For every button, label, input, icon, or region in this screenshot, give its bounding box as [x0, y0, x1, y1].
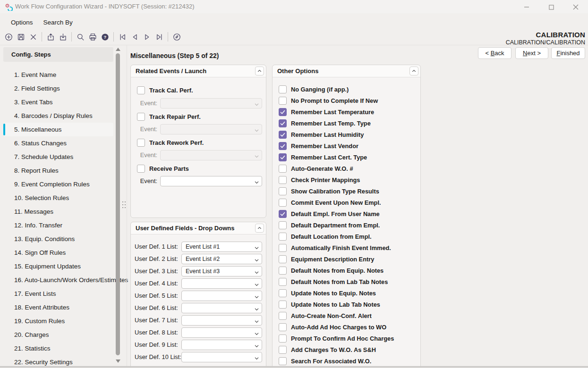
checkbox[interactable]	[279, 199, 287, 207]
sidebar-item-step-6[interactable]: 6. Status Changes	[3, 136, 113, 150]
checkbox[interactable]	[279, 267, 287, 275]
checkbox[interactable]	[279, 323, 287, 331]
option-row: Default Location from Empl.	[279, 232, 372, 241]
import-icon[interactable]	[57, 30, 69, 43]
minimize-icon[interactable]	[514, 0, 539, 14]
udf-dropdown-9[interactable]	[181, 340, 262, 350]
checkbox[interactable]	[279, 85, 287, 93]
sidebar-item-step-15[interactable]: 15. Equipment Updates	[3, 259, 113, 273]
checkbox[interactable]	[137, 86, 145, 94]
menu-options[interactable]: Options	[7, 17, 37, 28]
event-dropdown[interactable]	[160, 176, 262, 186]
checkbox[interactable]	[279, 335, 287, 343]
sidebar-item-step-11[interactable]: 11. Messages	[3, 205, 113, 218]
search-icon[interactable]	[74, 30, 86, 43]
udf-dropdown-10[interactable]	[181, 352, 262, 362]
sidebar-item-step-13[interactable]: 13. Equip. Conditions	[3, 232, 113, 246]
compass-icon[interactable]	[170, 30, 183, 43]
event-dropdown[interactable]	[160, 98, 262, 109]
udf-dropdown-7[interactable]	[181, 315, 262, 326]
option-row: Automatically Finish Event Immed.	[279, 243, 391, 252]
checkbox[interactable]	[279, 244, 287, 252]
event-dropdown[interactable]	[160, 150, 262, 160]
new-icon[interactable]	[2, 30, 15, 43]
option-row: Remember Last Humidity	[279, 130, 364, 139]
checkbox[interactable]	[279, 301, 287, 309]
sidebar-item-step-17[interactable]: 17. Event Lists	[3, 287, 113, 301]
checkbox[interactable]	[279, 119, 287, 127]
sidebar-item-label: 13. Equip. Conditions	[14, 235, 75, 243]
collapse-udf-button[interactable]	[255, 224, 264, 233]
event-dropdown[interactable]	[160, 124, 262, 134]
sidebar-item-step-3[interactable]: 3. Event Tabs	[3, 95, 113, 109]
checkbox[interactable]	[279, 210, 287, 218]
export-icon[interactable]	[44, 30, 57, 43]
checkbox[interactable]	[279, 131, 287, 139]
sidebar-item-step-21[interactable]: 21. Statistics	[3, 342, 113, 355]
collapse-other-options-button[interactable]	[409, 67, 418, 75]
sidebar-item-step-19[interactable]: 19. Custom Rules	[3, 314, 113, 328]
scrollbar-down-arrow-icon[interactable]	[116, 360, 120, 363]
sidebar-item-step-5[interactable]: 5. Miscellaneous	[3, 123, 113, 136]
udf-dropdown-6[interactable]	[181, 303, 262, 313]
sidebar-item-step-1[interactable]: 1. Event Name	[3, 68, 113, 82]
sidebar-item-step-9[interactable]: 9. Event Completion Rules	[3, 177, 113, 191]
checkbox[interactable]	[279, 346, 287, 354]
checkbox[interactable]	[279, 153, 287, 161]
sidebar-item-step-12[interactable]: 12. Info. Transfer	[3, 218, 113, 232]
checkbox[interactable]	[279, 289, 287, 297]
sidebar-item-step-10[interactable]: 10. Selection Rules	[3, 191, 113, 205]
checkbox[interactable]	[279, 278, 287, 286]
next-button[interactable]: Next >	[515, 47, 548, 59]
checkbox[interactable]	[279, 312, 287, 320]
nav-next-icon[interactable]	[141, 30, 153, 43]
sidebar-item-step-7[interactable]: 7. Schedule Updates	[3, 150, 113, 164]
close-icon[interactable]	[563, 0, 588, 14]
checkbox[interactable]	[279, 187, 287, 195]
menu-search-by[interactable]: Search By	[39, 17, 77, 28]
maximize-icon[interactable]	[539, 0, 563, 14]
checkbox[interactable]	[279, 357, 287, 365]
scrollbar-up-arrow-icon[interactable]	[116, 48, 120, 51]
checkbox[interactable]	[137, 139, 145, 147]
collapse-related-events-button[interactable]	[255, 67, 264, 75]
sidebar-item-step-4[interactable]: 4. Barcodes / Display Rules	[3, 109, 113, 123]
checkbox[interactable]	[279, 176, 287, 184]
option-row: Update Notes to Lab Tab Notes	[279, 300, 380, 309]
nav-prev-icon[interactable]	[128, 30, 141, 43]
checkbox-label: Commit Event Upon New Empl.	[291, 199, 381, 206]
udf-dropdown-4[interactable]	[181, 278, 262, 289]
checkbox[interactable]	[137, 113, 145, 121]
checkbox[interactable]	[279, 255, 287, 263]
sidebar-item-step-2[interactable]: 2. Field Settings	[3, 82, 113, 95]
checkbox[interactable]	[279, 142, 287, 150]
toolbar-divider	[0, 45, 588, 45]
checkbox[interactable]	[279, 108, 287, 116]
save-icon[interactable]	[15, 30, 27, 43]
help-icon[interactable]: ?	[99, 30, 111, 43]
udf-dropdown-8[interactable]	[181, 327, 262, 338]
nav-last-icon[interactable]	[153, 30, 165, 43]
scrollbar-thumb[interactable]	[116, 53, 120, 355]
udf-dropdown-2[interactable]: Event List #2	[181, 254, 262, 264]
chevron-down-icon	[254, 126, 259, 134]
sidebar-item-step-16[interactable]: 16. Auto-Launch/Work Orders/Estimates	[3, 273, 113, 287]
sidebar-item-step-18[interactable]: 18. Event Attributes	[3, 301, 113, 314]
udf-dropdown-1[interactable]: Event List #1	[181, 242, 262, 252]
nav-first-icon[interactable]	[116, 30, 128, 43]
back-button[interactable]: < Back	[478, 47, 511, 59]
checkbox[interactable]	[279, 233, 287, 241]
delete-icon[interactable]	[27, 30, 39, 43]
checkbox[interactable]	[279, 221, 287, 229]
sidebar-item-step-8[interactable]: 8. Report Rules	[3, 164, 113, 177]
sidebar-item-step-14[interactable]: 14. Sign Off Rules	[3, 246, 113, 259]
checkbox[interactable]	[279, 97, 287, 105]
splitter-handle[interactable]	[122, 201, 126, 209]
checkbox[interactable]	[279, 165, 287, 173]
sidebar-item-step-20[interactable]: 20. Charges	[3, 328, 113, 342]
udf-dropdown-3[interactable]: Event List #3	[181, 266, 262, 276]
finished-button[interactable]: Finished	[551, 47, 585, 59]
print-icon[interactable]	[86, 30, 99, 43]
udf-dropdown-5[interactable]	[181, 291, 262, 301]
checkbox[interactable]	[137, 165, 145, 173]
